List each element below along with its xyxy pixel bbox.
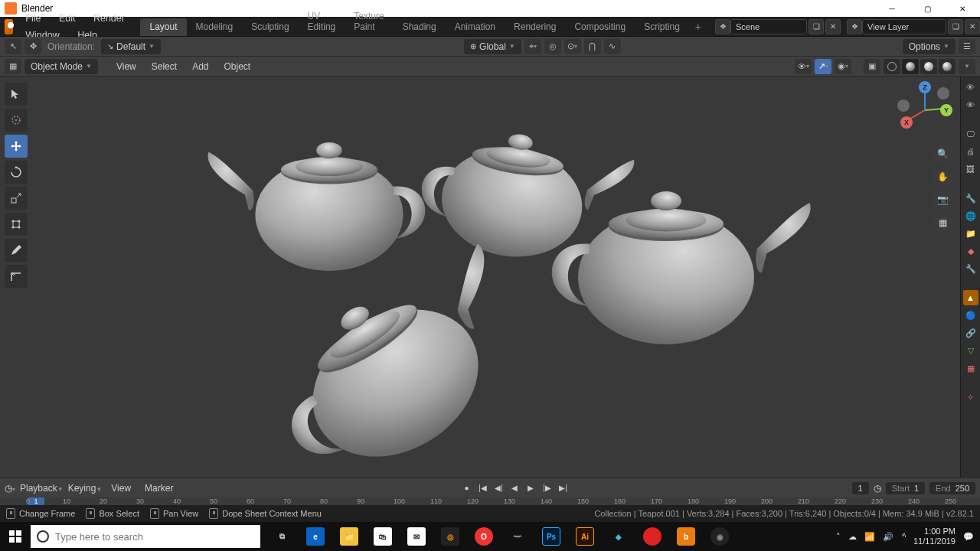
taskbar-explorer[interactable]: 📁 (332, 522, 366, 551)
tool-select-box[interactable] (5, 83, 28, 106)
prop-output-icon[interactable]: 🖨 (963, 144, 978, 159)
start-button[interactable] (0, 522, 31, 551)
taskbar-mail[interactable]: ✉ (400, 522, 433, 551)
menu-render[interactable]: Render (86, 10, 132, 27)
taskbar-opera[interactable]: O (467, 522, 501, 551)
taskbar-obs[interactable]: ◉ (703, 522, 737, 551)
tab-animation[interactable]: Animation (446, 18, 505, 36)
prop-material-icon[interactable]: ▽ (963, 343, 978, 358)
taskbar-app2[interactable]: 〰 (501, 522, 534, 551)
taskbar-app4[interactable] (635, 522, 669, 551)
xray-icon[interactable]: ▣ (864, 59, 880, 74)
tray-lang[interactable]: ཧ (901, 532, 906, 541)
tray-chevron-icon[interactable]: ˄ (836, 532, 841, 542)
zoom-icon[interactable]: 🔍 (933, 144, 952, 164)
tool-measure[interactable] (5, 265, 28, 288)
editor-type-icon[interactable]: ▦ (5, 59, 21, 74)
maximize-button[interactable]: ▢ (910, 0, 945, 17)
prop-particles-icon[interactable]: ✧ (963, 390, 978, 405)
prop-texture-icon[interactable]: ▦ (963, 360, 978, 376)
tab-layout[interactable]: Layout (140, 18, 186, 36)
tab-scripting[interactable]: Scripting (635, 18, 689, 36)
menu-add[interactable]: Add (186, 61, 214, 72)
pivot-dropdown[interactable]: ⊙▾ (564, 39, 581, 54)
outliner-eye2-icon[interactable]: 👁 (963, 97, 978, 112)
viewlayer-browse-icon[interactable]: ❖ (847, 19, 862, 34)
timeline-ruler[interactable]: 1 01020304050607080901001101201301401501… (0, 497, 980, 505)
scene-delete-button[interactable]: ✕ (825, 19, 841, 34)
add-workspace-button[interactable]: + (689, 18, 707, 36)
prop-constraints-icon[interactable]: 🔗 (963, 325, 978, 341)
gizmo-toggle-icon[interactable]: ↗▾ (815, 59, 831, 74)
shading-rendered[interactable] (939, 59, 956, 74)
viewlayer-new-button[interactable]: ❏ (948, 19, 963, 34)
shading-solid[interactable] (902, 59, 919, 74)
menu-file[interactable]: File (18, 10, 48, 27)
menu-view[interactable]: View (110, 61, 142, 72)
tray-volume-icon[interactable]: 🔊 (883, 532, 893, 542)
prop-modifiers-icon[interactable]: 🔧 (963, 261, 978, 276)
transform-orientation-dropdown[interactable]: ⊕Global▼ (464, 39, 521, 54)
pan-icon[interactable]: ✋ (933, 167, 952, 187)
tab-compositing[interactable]: Compositing (565, 18, 635, 36)
sidebar-toggle-icon[interactable]: ☰ (959, 39, 975, 54)
prop-scene-icon[interactable]: 🔧 (963, 191, 978, 206)
prop-collection-icon[interactable]: 📁 (963, 226, 978, 241)
viewlayer-delete-button[interactable]: ✕ (965, 19, 980, 34)
cursor-tool-icon[interactable]: ↖ (5, 39, 21, 54)
orientation-dropdown[interactable]: ↘ Default ▼ (101, 39, 161, 54)
scene-new-button[interactable]: ❏ (808, 19, 824, 34)
minimize-button[interactable]: ─ (874, 0, 910, 17)
scene-browse-icon[interactable]: ❖ (715, 19, 730, 34)
prop-render-icon[interactable]: 🖵 (963, 126, 978, 142)
tray-notifications-icon[interactable]: 💬 (963, 532, 974, 542)
tab-rendering[interactable]: Rendering (505, 18, 565, 36)
perspective-toggle-icon[interactable]: ▦ (933, 213, 952, 233)
prop-objdata-icon[interactable]: ▲ (963, 290, 978, 305)
curve-icon[interactable]: ∿ (604, 39, 621, 54)
viewlayer-field[interactable]: View Layer (862, 19, 946, 34)
mode-dropdown[interactable]: Object Mode▼ (24, 59, 98, 74)
taskbar-app3[interactable]: ◆ (602, 522, 635, 551)
tool-move[interactable] (5, 135, 28, 158)
playhead[interactable]: 1 (28, 497, 44, 505)
taskbar-ai[interactable]: Ai (568, 522, 602, 551)
taskbar-search[interactable]: Type here to search (31, 525, 260, 548)
proportional-edit-icon[interactable]: ◎ (544, 39, 561, 54)
camera-view-icon[interactable]: 📷 (933, 190, 952, 210)
taskbar-edge[interactable]: e (299, 522, 332, 551)
tab-shading[interactable]: Shading (394, 18, 446, 36)
magnet-icon[interactable]: ⋂ (584, 39, 601, 54)
overlays-icon[interactable]: ◉▾ (835, 59, 851, 74)
taskbar-store[interactable]: 🛍 (366, 522, 400, 551)
taskbar-app1[interactable]: ◎ (433, 522, 467, 551)
tab-modeling[interactable]: Modeling (187, 18, 243, 36)
overlay-visibility-icon[interactable]: 👁▾ (795, 59, 812, 74)
snap-dropdown[interactable]: ⌖▾ (524, 39, 541, 54)
tab-uv[interactable]: UV Editing (299, 8, 345, 36)
tool-annotate[interactable] (5, 239, 28, 262)
taskbar-ps[interactable]: Ps (534, 522, 568, 551)
tool-cursor[interactable] (5, 109, 28, 132)
menu-edit[interactable]: Edit (51, 10, 83, 27)
tray-clock[interactable]: 1:00 PM11/11/2019 (913, 527, 956, 546)
tab-texpaint[interactable]: Texture Paint (345, 8, 393, 36)
tool-scale[interactable] (5, 187, 28, 210)
tool-rotate[interactable] (5, 161, 28, 184)
tray-wifi-icon[interactable]: 📶 (864, 532, 875, 542)
orientation-gizmo[interactable]: Z Y X (897, 83, 952, 138)
prop-physics-icon[interactable]: 🔵 (963, 308, 978, 323)
shading-matprev[interactable] (920, 59, 937, 74)
menu-object[interactable]: Object (217, 61, 256, 72)
options-dropdown[interactable]: Options▼ (903, 39, 956, 54)
close-button[interactable]: ✕ (945, 0, 980, 17)
shading-options-dropdown[interactable]: ▼ (959, 59, 975, 74)
taskbar-blender[interactable]: b (669, 522, 703, 551)
tool-transform[interactable] (5, 213, 28, 236)
move-tool-icon[interactable]: ✥ (24, 39, 41, 54)
tray-cloud-icon[interactable]: ☁ (848, 532, 857, 542)
menu-select[interactable]: Select (145, 61, 183, 72)
tab-sculpting[interactable]: Sculpting (242, 18, 298, 36)
blender-logo-icon[interactable] (5, 19, 13, 34)
scene-name-field[interactable]: Scene (730, 19, 807, 34)
